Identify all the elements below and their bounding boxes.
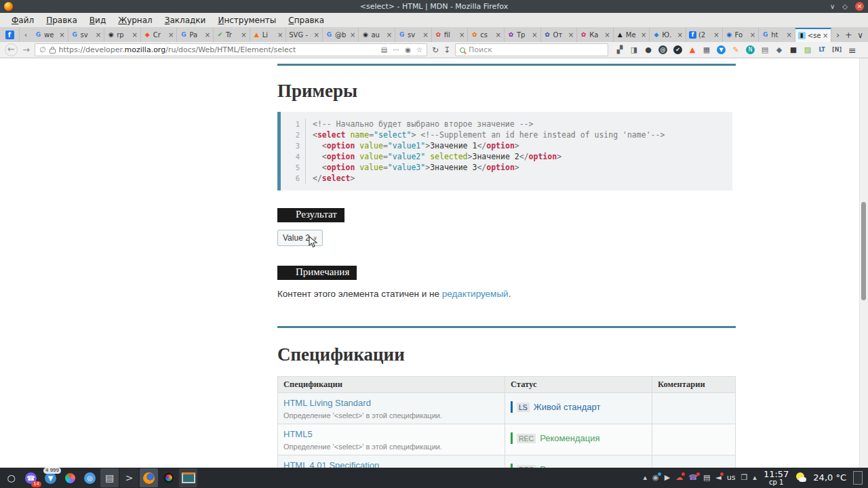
tab-10[interactable]: Gsv× xyxy=(395,28,432,42)
search-bar[interactable]: Поиск xyxy=(455,43,608,56)
tab-close-icon[interactable]: × xyxy=(387,31,392,39)
tab-close-icon[interactable]: × xyxy=(532,31,537,39)
browser-ring-taskbar-icon[interactable] xyxy=(159,468,178,487)
tab-13[interactable]: ✿Тр× xyxy=(505,28,541,42)
tab-9[interactable]: ◉au× xyxy=(359,28,395,42)
launcher-taskbar-icon[interactable]: ○ xyxy=(2,468,20,487)
forward-button[interactable]: → xyxy=(22,45,30,54)
notes-icon[interactable]: ▤ xyxy=(761,46,769,54)
clipboard-icon[interactable]: ▤ xyxy=(703,474,710,481)
library-icon[interactable]: ▞ xyxy=(616,46,624,54)
shield-icon[interactable]: ◆ xyxy=(775,46,783,54)
close-button[interactable]: × xyxy=(855,2,864,11)
tab-2[interactable]: ◉rp× xyxy=(104,28,141,42)
menu-button[interactable]: ≡ xyxy=(848,45,856,56)
tab-7[interactable]: SVG -× xyxy=(286,28,323,42)
save-icon[interactable]: ▼ xyxy=(717,45,726,54)
show-desktop-button[interactable] xyxy=(853,471,863,485)
menu-item-5[interactable]: Инструменты xyxy=(212,16,282,25)
weather-icon[interactable] xyxy=(795,472,808,483)
tab-close-icon[interactable]: × xyxy=(568,31,574,39)
download-button[interactable]: ↧ xyxy=(443,45,450,55)
spec-link[interactable]: HTML Living Standard xyxy=(283,398,371,408)
tab-16[interactable]: ▲Me× xyxy=(614,28,650,42)
tab-4[interactable]: GPa× xyxy=(177,28,214,42)
tab-1[interactable]: Gsv× xyxy=(68,28,105,42)
tab-close-icon[interactable]: × xyxy=(350,31,355,39)
menu-item-3[interactable]: Журнал xyxy=(112,16,159,25)
tab-close-icon[interactable]: × xyxy=(604,31,610,39)
minimize-button[interactable]: ∨ xyxy=(830,3,835,10)
tab-close-icon[interactable]: × xyxy=(59,31,64,39)
tab-close-icon[interactable]: × xyxy=(641,31,646,39)
tab-17[interactable]: ◆Ю.× xyxy=(650,28,686,42)
check-icon[interactable]: ✔ xyxy=(673,45,682,54)
scrollbar-thumb[interactable] xyxy=(861,202,866,300)
cloud-icon[interactable]: ☁ xyxy=(675,474,683,481)
tab-close-icon[interactable]: × xyxy=(823,32,828,39)
globe-icon[interactable]: ● xyxy=(644,46,652,54)
tab-close-icon[interactable]: × xyxy=(422,31,428,39)
clock[interactable]: 11:57 ср 1 xyxy=(764,470,789,486)
tab-close-icon[interactable]: × xyxy=(241,31,246,39)
viber-taskbar-icon[interactable]: ☎14 xyxy=(22,468,40,487)
tab-11[interactable]: ✿fil× xyxy=(432,28,469,42)
tab-3[interactable]: ◆Cr× xyxy=(141,28,178,42)
status-link[interactable]: Живой стандарт xyxy=(534,402,601,412)
tab-close-icon[interactable]: × xyxy=(496,31,501,39)
brush-icon[interactable]: ✎ xyxy=(732,46,740,54)
text-editor-taskbar-icon[interactable]: ▤ xyxy=(100,468,119,487)
menu-item-1[interactable]: Правка xyxy=(40,16,83,25)
tab-8[interactable]: G@b× xyxy=(323,28,359,42)
editable-link[interactable]: редактируемый xyxy=(442,289,509,299)
blocker-icon[interactable]: ∅ xyxy=(39,45,46,54)
code-block[interactable]: 1<!-- Начально будет выбрано второе знач… xyxy=(277,112,732,190)
screen-recorder-taskbar-icon[interactable] xyxy=(179,468,197,487)
tab-15[interactable]: ✿Ка× xyxy=(577,28,614,42)
bookmark-star-icon[interactable]: ☆ xyxy=(416,46,422,54)
scrollbar-track[interactable] xyxy=(859,58,868,468)
reader-view-icon[interactable]: ▤ xyxy=(381,46,387,54)
keyboard-layout[interactable]: us xyxy=(727,473,736,482)
tab-6[interactable]: ▲Li× xyxy=(250,28,287,42)
menu-item-0[interactable]: Файл xyxy=(5,16,40,25)
tab-close-icon[interactable]: × xyxy=(786,31,791,39)
tab-close-icon[interactable]: × xyxy=(96,31,101,39)
dark-box-icon[interactable]: ■ xyxy=(789,46,797,54)
menu-item-2[interactable]: Вид xyxy=(83,16,112,25)
app-status-icon[interactable]: ◉ xyxy=(652,474,659,481)
volume-icon[interactable]: ◄ xyxy=(715,474,721,481)
figma-taskbar-icon[interactable] xyxy=(61,468,79,487)
tray-expand-icon-2[interactable]: ▴ xyxy=(753,474,757,481)
tab-close-icon[interactable]: × xyxy=(168,31,174,39)
n-app-icon[interactable]: N xyxy=(746,45,755,54)
vpn-shield-taskbar-icon[interactable]: ▼4 999 xyxy=(41,468,60,487)
tray-expand-icon[interactable]: ▴ xyxy=(644,474,648,481)
lock-icon[interactable] xyxy=(50,49,56,54)
tab-close-icon[interactable]: × xyxy=(313,31,319,39)
tab-active[interactable]: ▮<se× xyxy=(795,28,832,42)
scroll-tabs-right-button[interactable]: › xyxy=(836,30,840,40)
window-titlebar[interactable]: <select> - HTML | MDN - Mozilla Firefox … xyxy=(0,0,868,13)
tab-close-icon[interactable]: × xyxy=(132,31,137,39)
url-text[interactable]: https://developer.mozilla.org/ru/docs/We… xyxy=(59,45,296,54)
tab-19[interactable]: ◉Fo× xyxy=(723,28,760,42)
new-tab-button[interactable]: + xyxy=(845,30,852,40)
tab-14[interactable]: ✿От× xyxy=(541,28,578,42)
tab-20[interactable]: Ght× xyxy=(759,28,795,42)
spec-link[interactable]: HTML 4.01 Specification xyxy=(283,460,379,468)
grid-icon[interactable]: ▦ xyxy=(703,46,711,54)
tab-close-icon[interactable]: × xyxy=(677,31,683,39)
maximize-button[interactable]: ◇ xyxy=(842,3,848,10)
sidebar-icon[interactable]: ◨ xyxy=(630,46,638,54)
image-icon[interactable]: ▨ xyxy=(804,46,812,54)
spec-link[interactable]: HTML5 xyxy=(283,429,313,439)
list-all-tabs-button[interactable]: ∨ xyxy=(857,30,863,40)
menu-item-6[interactable]: Справка xyxy=(282,16,330,25)
fire-icon[interactable]: ▲ xyxy=(688,46,696,54)
firefox-taskbar-icon[interactable] xyxy=(140,468,158,487)
overflow-icon[interactable]: ⋯ xyxy=(393,46,399,54)
tab-close-icon[interactable]: × xyxy=(205,31,210,39)
tab-0[interactable]: Gwe× xyxy=(32,28,68,42)
n-brackets-icon[interactable]: [N] xyxy=(832,46,842,54)
